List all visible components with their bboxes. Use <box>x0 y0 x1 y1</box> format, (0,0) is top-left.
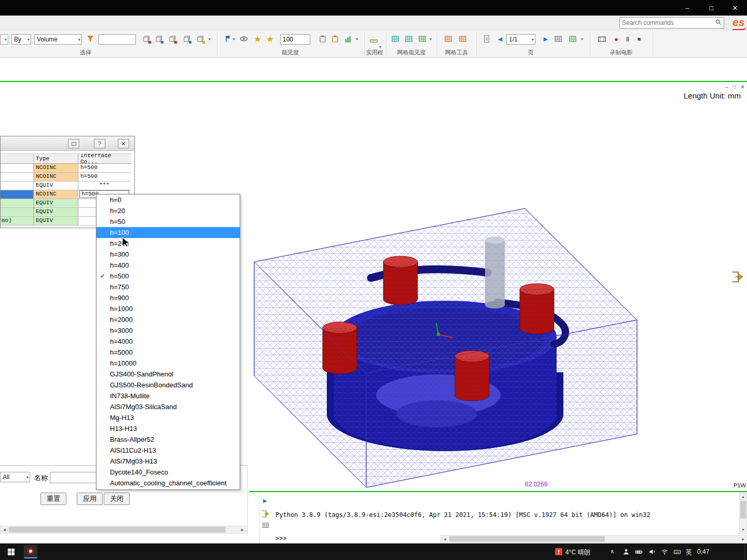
console-run-icon[interactable]: ▶ <box>263 498 267 503</box>
taskbar-app-icon[interactable] <box>24 545 37 558</box>
scroll-left-icon[interactable]: ◀ <box>441 536 449 542</box>
column-type[interactable]: Type <box>34 154 78 163</box>
tray-speaker-icon[interactable] <box>647 547 657 556</box>
highlight-wand-icon-2[interactable] <box>265 34 275 44</box>
dropdown-item[interactable]: Automatic_cooling_channel_coefficient <box>96 478 240 488</box>
select-mode-icon-5[interactable] <box>195 34 205 44</box>
scroll-up-icon[interactable]: ▲ <box>740 493 746 500</box>
scroll-right-icon[interactable]: ▶ <box>739 536 747 542</box>
tray-network-icon[interactable] <box>660 547 669 556</box>
mesh-visibility-icon-2[interactable] <box>404 34 414 44</box>
dropdown-item[interactable]: IN738-Mullite <box>96 390 240 401</box>
dropdown-item[interactable]: GJS500-ResinBondedSand <box>96 380 240 390</box>
dropdown-item[interactable]: h=2000 <box>96 314 240 325</box>
page-next-icon[interactable]: ▶ <box>541 34 551 44</box>
apply-button[interactable]: 应用 <box>77 493 103 505</box>
clock[interactable]: 0:47 <box>697 548 709 555</box>
select-group-chevron-icon[interactable]: ▾ <box>209 37 211 41</box>
search-input[interactable] <box>622 19 715 26</box>
pause-icon[interactable]: ‖ <box>622 34 633 44</box>
dropdown-item[interactable]: AlSi7Mg03-H13 <box>96 456 240 467</box>
scrollbar-thumb[interactable] <box>449 536 605 542</box>
console-vscrollbar[interactable]: ▲ ▼ <box>739 493 747 534</box>
dropdown-item[interactable]: h=200 <box>96 238 240 249</box>
dropdown-item[interactable]: h=0 <box>96 194 240 205</box>
mesh-visibility-icon-1[interactable] <box>390 34 400 44</box>
visibility-group-chevron-icon[interactable]: ▾ <box>356 37 358 41</box>
dropdown-item[interactable]: h=1000 <box>96 303 240 314</box>
dropdown-item[interactable]: h=5000 <box>96 347 240 358</box>
tray-person-icon[interactable] <box>621 547 631 556</box>
mesh-visibility-icon-3[interactable] <box>417 34 427 44</box>
reset-button[interactable]: 重置 <box>40 493 66 505</box>
command-search[interactable] <box>619 17 724 29</box>
python-console[interactable]: ▶ Python 3.8.9 (tags/3.8.9-esi:2e3504c0f… <box>259 493 747 543</box>
mini-select-combo[interactable]: ▾ <box>0 34 8 45</box>
tray-keyboard-icon[interactable] <box>672 547 682 556</box>
select-volume-combo[interactable]: Volume▾ <box>34 34 82 45</box>
weather-text[interactable]: 4°C 晴朗 <box>565 548 590 557</box>
start-button[interactable] <box>6 547 16 556</box>
select-mode-icon-2[interactable] <box>154 34 164 44</box>
utility-ruler-icon[interactable] <box>368 34 379 44</box>
dropdown-item[interactable]: Dycote140_Foseco <box>96 467 240 478</box>
table-row[interactable]: NCOINC h=500 <box>1 164 131 173</box>
dropdown-item[interactable]: h=50 <box>96 216 240 227</box>
movie-film-icon[interactable] <box>597 34 607 44</box>
close-button[interactable]: 关闭 <box>104 493 130 505</box>
table-header-row[interactable]: Type Interface Co... <box>1 153 131 164</box>
dropdown-item[interactable]: Mg-H13 <box>96 412 240 423</box>
dropdown-item[interactable]: h=20 <box>96 205 240 216</box>
visibility-value-input[interactable] <box>280 34 310 45</box>
dialog-titlebar[interactable]: ? ✕ <box>1 136 134 151</box>
selection-filter-icon[interactable] <box>85 34 95 44</box>
dropdown-item[interactable]: h=4000 <box>96 336 240 347</box>
page-doc-icon[interactable] <box>481 34 492 44</box>
tray-battery-icon[interactable] <box>634 547 643 556</box>
mesh-tool-icon-1[interactable] <box>443 34 453 44</box>
dropdown-item[interactable]: Brass-Allper52 <box>96 434 240 445</box>
dropdown-item[interactable]: GJS400-SandPhenol <box>96 369 240 380</box>
dropdown-item[interactable]: h=300 <box>96 249 240 260</box>
chart-icon[interactable] <box>342 34 353 44</box>
dropdown-item[interactable]: h=900 <box>96 292 240 303</box>
select-mode-icon-1[interactable] <box>141 34 151 44</box>
scrollbar-thumb[interactable] <box>740 501 746 519</box>
select-mode-icon-3[interactable] <box>167 34 177 44</box>
page-table-icon[interactable] <box>553 34 563 44</box>
table-row[interactable]: EQUIV *** <box>1 181 131 190</box>
page-number-combo[interactable]: 1/1▾ <box>506 34 535 45</box>
page-grid-icon[interactable] <box>568 34 578 44</box>
attach-icon[interactable] <box>330 34 340 44</box>
window-maximize-button[interactable]: □ <box>699 0 723 16</box>
dropdown-item[interactable]: AlSi7Mg03-SilicaSand <box>96 401 240 412</box>
console-hscrollbar[interactable]: ◀ ▶ <box>440 535 747 543</box>
dialog-dock-button[interactable] <box>68 139 79 148</box>
selection-name-input[interactable] <box>99 34 136 45</box>
show-desktop-button[interactable] <box>744 543 747 560</box>
console-export-icon[interactable] <box>261 509 270 520</box>
clipboard-icon[interactable] <box>317 34 328 44</box>
dropdown-item[interactable]: AlSi11Cu2-H13 <box>96 445 240 456</box>
console-window-icon[interactable] <box>262 522 269 530</box>
dropdown-item[interactable]: h=10000 <box>96 358 240 369</box>
eye-icon[interactable] <box>239 34 249 44</box>
input-language[interactable]: 英 <box>686 548 692 557</box>
weather-alert-icon[interactable] <box>554 547 563 556</box>
select-by-combo[interactable]: By▾ <box>11 34 31 45</box>
tray-chevron-icon[interactable]: ∧ <box>610 548 614 555</box>
scroll-down-icon[interactable]: ▼ <box>740 526 746 534</box>
dropdown-item[interactable]: h=400 <box>96 260 240 271</box>
table-row[interactable]: NCOINC h=500 <box>1 173 131 181</box>
dropdown-item-highlighted[interactable]: h=100 <box>96 227 240 238</box>
filter-all-combo[interactable]: All▾ <box>0 472 30 482</box>
dialog-help-button[interactable]: ? <box>94 139 105 148</box>
select-mode-icon-4[interactable] <box>182 34 192 44</box>
scroll-right-icon[interactable]: ▶ <box>239 526 246 533</box>
visibility-flag-chevron-icon[interactable]: ▾ <box>233 37 235 41</box>
panel-hscrollbar[interactable]: ◀ ▶ <box>0 526 247 534</box>
window-close-button[interactable]: ✕ <box>723 0 747 16</box>
export-view-icon[interactable] <box>730 270 745 286</box>
dialog-close-button[interactable]: ✕ <box>118 139 129 148</box>
dropdown-item[interactable]: h=3000 <box>96 325 240 336</box>
